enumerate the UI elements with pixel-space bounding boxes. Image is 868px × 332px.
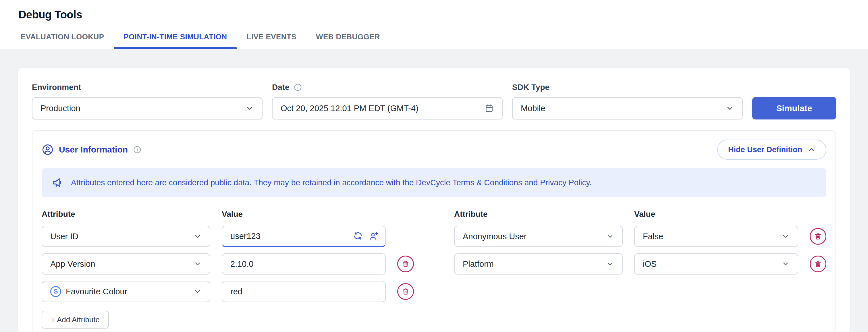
info-icon[interactable] [293, 83, 302, 92]
environment-field: Environment Production [32, 83, 262, 119]
trash-icon [814, 232, 822, 240]
tab-bar: EVALUATION LOOKUP POINT-IN-TIME SIMULATI… [19, 32, 868, 49]
add-attribute-button[interactable]: + Add Attribute [42, 311, 109, 329]
chevron-down-icon [781, 232, 789, 240]
trash-icon [402, 260, 410, 268]
environment-value: Production [40, 104, 81, 113]
banner-text: Attributes entered here are considered p… [71, 178, 592, 187]
sdk-type-field: SDK Type Mobile [512, 83, 743, 119]
anonymous-user-value-select[interactable]: False [634, 226, 798, 247]
delete-app-version-button[interactable] [397, 255, 414, 272]
value-column-header: Value [222, 210, 386, 219]
public-data-banner: Attributes entered here are considered p… [42, 168, 826, 197]
chevron-down-icon [725, 104, 734, 113]
environment-label: Environment [32, 83, 262, 92]
page-title: Debug Tools [19, 9, 868, 21]
chevron-down-icon [781, 260, 789, 268]
main-content: Environment Production Date Oct [0, 49, 868, 332]
sdk-type-label: SDK Type [512, 83, 743, 92]
attribute-select-favourite-colour[interactable]: S Favourite Colour [42, 281, 210, 302]
tab-live-events[interactable]: LIVE EVENTS [237, 32, 306, 49]
chevron-down-icon [194, 288, 202, 296]
favourite-colour-value-input[interactable] [222, 281, 386, 302]
attribute-select-platform[interactable]: Platform [454, 253, 623, 275]
date-field: Date Oct 20, 2025 12:01 PM EDT (GMT-4) [272, 83, 503, 119]
simulation-card: Environment Production Date Oct [18, 68, 850, 332]
refresh-user-icon[interactable] [353, 231, 363, 241]
megaphone-icon [52, 176, 64, 189]
chevron-down-icon [606, 232, 614, 240]
delete-favourite-colour-button[interactable] [397, 283, 414, 300]
attribute-select-app-version[interactable]: App Version [42, 253, 210, 275]
chevron-up-icon [807, 146, 815, 154]
user-information-section: User Information Hide User Definition At… [32, 130, 836, 332]
user-information-title: User Information [42, 144, 142, 156]
attributes-right-column: Attribute Value Anonymous User False [454, 210, 826, 275]
delete-anonymous-user-button[interactable] [810, 228, 826, 245]
chevron-down-icon [606, 260, 614, 268]
attribute-select-user-id[interactable]: User ID [42, 226, 210, 247]
calendar-icon [484, 103, 494, 113]
chevron-down-icon [194, 232, 202, 240]
simulation-controls-row: Environment Production Date Oct [32, 83, 836, 119]
date-picker-input[interactable]: Oct 20, 2025 12:01 PM EDT (GMT-4) [272, 97, 503, 119]
string-type-icon: S [50, 286, 61, 297]
attributes-area: Attribute Value User ID [42, 210, 826, 329]
platform-value-select[interactable]: iOS [634, 253, 798, 275]
user-circle-icon [42, 144, 54, 156]
delete-platform-button[interactable] [810, 255, 826, 272]
info-icon[interactable] [133, 145, 142, 154]
attribute-column-header: Attribute [42, 210, 210, 219]
value-column-header: Value [634, 210, 798, 219]
trash-icon [814, 260, 822, 268]
page-header: Debug Tools EVALUATION LOOKUP POINT-IN-T… [0, 0, 868, 49]
environment-select[interactable]: Production [32, 97, 262, 119]
date-value: Oct 20, 2025 12:01 PM EDT (GMT-4) [281, 104, 418, 113]
sdk-type-select[interactable]: Mobile [512, 97, 743, 119]
hide-user-definition-button[interactable]: Hide User Definition [717, 140, 826, 160]
sdk-type-value: Mobile [521, 104, 545, 113]
tab-web-debugger[interactable]: WEB DEBUGGER [306, 32, 390, 49]
tab-evaluation-lookup[interactable]: EVALUATION LOOKUP [19, 32, 114, 49]
simulate-button[interactable]: Simulate [752, 97, 836, 119]
trash-icon [402, 288, 410, 296]
chevron-down-icon [194, 260, 202, 268]
attributes-left-column: Attribute Value User ID [42, 210, 414, 329]
date-label: Date [272, 83, 503, 92]
app-version-value-input[interactable] [222, 253, 386, 275]
attribute-column-header: Attribute [454, 210, 623, 219]
user-id-value-wrap [222, 226, 386, 247]
user-information-header: User Information Hide User Definition [42, 140, 826, 160]
attribute-select-anonymous-user[interactable]: Anonymous User [454, 226, 623, 247]
tab-point-in-time-simulation[interactable]: POINT-IN-TIME SIMULATION [114, 32, 237, 49]
add-user-icon[interactable] [369, 231, 379, 241]
chevron-down-icon [245, 104, 254, 113]
